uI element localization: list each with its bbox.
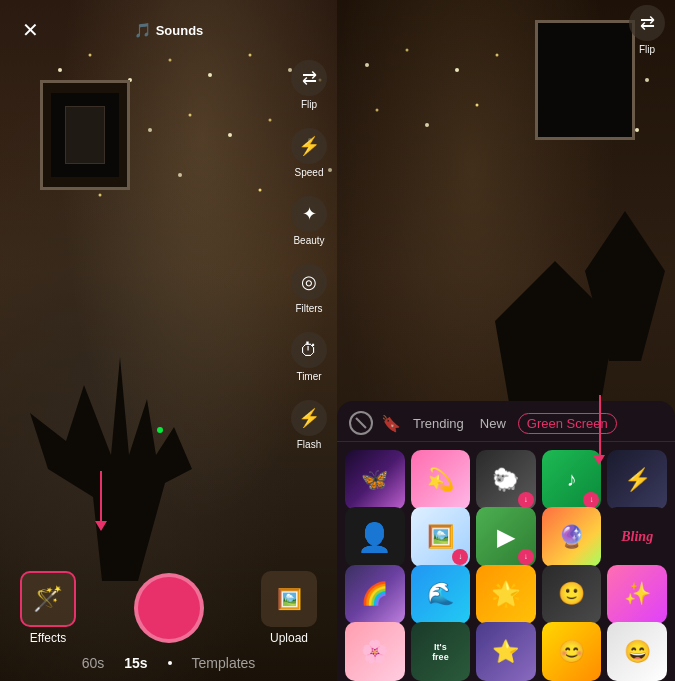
effect-icon-15: ✨	[624, 581, 651, 607]
sounds-label: Sounds	[156, 23, 204, 38]
effects-label: Effects	[30, 631, 66, 645]
filters-icon: ◎	[291, 264, 327, 300]
camera-controls: ⇄ Flip ⚡ Speed ✦ Beauty ◎ Filters ⏱ Time…	[291, 60, 327, 450]
timer-icon: ⏱	[291, 332, 327, 368]
effect-item-8[interactable]: ▶ ↓	[476, 507, 536, 567]
bookmark-tab[interactable]: 🔖	[381, 414, 401, 433]
filters-control[interactable]: ◎ Filters	[291, 264, 327, 314]
upload-icon-box: 🖼️	[261, 571, 317, 627]
top-bar-right: ⇄ Flip	[629, 0, 665, 60]
effects-arrow-annotation	[95, 471, 107, 531]
effect-icon-11: 🌈	[361, 581, 388, 607]
speed-label: Speed	[295, 167, 324, 178]
timer-templates[interactable]: Templates	[192, 655, 256, 671]
upload-label: Upload	[270, 631, 308, 645]
bottom-bar-left: 🪄 Effects 🖼️ Upload 60s 15s Templates	[0, 551, 337, 681]
download-badge-4: ↓	[583, 492, 599, 508]
effect-item-7[interactable]: 🖼️ ↓	[411, 507, 471, 567]
effect-item-2[interactable]: 💫	[411, 450, 471, 510]
flash-control[interactable]: ⚡ Flash	[291, 400, 327, 450]
beauty-icon: ✦	[291, 196, 327, 232]
green-screen-arrow-annotation	[591, 395, 605, 465]
flip-icon-right: ⇄	[629, 5, 665, 41]
left-camera-panel: ✕ 🎵 Sounds ⇄ Flip ⚡ Speed ✦ Beauty ◎ Fil…	[0, 0, 337, 681]
beauty-control[interactable]: ✦ Beauty	[291, 196, 327, 246]
timer-control[interactable]: ⏱ Timer	[291, 332, 327, 382]
picture-frame-left	[40, 80, 130, 190]
flash-icon: ⚡	[291, 400, 327, 436]
effect-item-3[interactable]: 🐑 ↓	[476, 450, 536, 510]
effect-item-18[interactable]: ⭐	[476, 622, 536, 681]
effect-item-1[interactable]: 🦋	[345, 450, 405, 510]
effect-icon-19: 😊	[558, 639, 585, 665]
effect-item-9[interactable]: 🔮	[542, 507, 602, 567]
effect-item-11[interactable]: 🌈	[345, 565, 405, 625]
trending-tab[interactable]: Trending	[409, 414, 468, 433]
upload-button[interactable]: 🖼️ Upload	[261, 571, 317, 645]
upload-icon: 🖼️	[277, 587, 302, 611]
effect-item-15[interactable]: ✨	[607, 565, 667, 625]
flip-control[interactable]: ⇄ Flip	[291, 60, 327, 110]
bling-text: Bling	[621, 529, 653, 545]
speed-control[interactable]: ⚡ Speed	[291, 128, 327, 178]
new-tab[interactable]: New	[476, 414, 510, 433]
flash-label: Flash	[297, 439, 321, 450]
effects-tabs-row: 🔖 Trending New Green Screen	[337, 401, 675, 442]
effect-icon-6: 👤	[357, 521, 392, 554]
capture-row: 🪄 Effects 🖼️ Upload	[0, 561, 337, 655]
effect-item-20[interactable]: 😄	[607, 622, 667, 681]
effects-bottom-panel: 🔖 Trending New Green Screen 🦋 💫 🐑 ↓ ♪ ↓ …	[337, 401, 675, 681]
music-icon: 🎵	[134, 22, 151, 38]
picture-frame-right	[535, 20, 635, 140]
effect-icon-9: 🔮	[558, 524, 585, 550]
effect-icon-16: 🌸	[361, 639, 388, 665]
flip-button-right[interactable]: ⇄ Flip	[629, 5, 665, 55]
effect-icon-1: 🦋	[361, 467, 388, 493]
frame-right-art	[538, 23, 632, 137]
effect-icon-2: 💫	[427, 467, 454, 493]
effect-icon-4: ♪	[567, 468, 577, 491]
effect-item-6[interactable]: 👤	[345, 507, 405, 567]
effects-button[interactable]: 🪄 Effects	[20, 571, 76, 645]
effects-icon: 🪄	[33, 585, 63, 613]
effect-icon-13: 🌟	[491, 580, 521, 608]
capture-button[interactable]	[134, 573, 204, 643]
effect-item-17[interactable]: It'sfree	[411, 622, 471, 681]
effects-icon-box: 🪄	[20, 571, 76, 627]
right-effects-panel: ⇄ Flip 🔖 Trending New Green Screen 🦋 💫	[337, 0, 675, 681]
effect-item-10[interactable]: Bling	[607, 507, 667, 567]
effect-icon-5: ⚡	[624, 467, 651, 493]
effect-icon-20: 😄	[624, 639, 651, 665]
effect-item-12[interactable]: 🌊	[411, 565, 471, 625]
effect-item-14[interactable]: 🙂	[542, 565, 602, 625]
effect-item-19[interactable]: 😊	[542, 622, 602, 681]
no-effect-tab[interactable]	[349, 411, 373, 435]
effect-icon-12: 🌊	[427, 581, 454, 607]
active-timer-indicator	[168, 661, 172, 665]
filters-label: Filters	[295, 303, 322, 314]
timer-label: Timer	[296, 371, 321, 382]
download-badge-3: ↓	[518, 492, 534, 508]
timer-15s[interactable]: 15s	[124, 655, 147, 671]
effect-icon-8: ▶	[497, 523, 515, 551]
flip-label-right: Flip	[639, 44, 655, 55]
sounds-button[interactable]: 🎵 Sounds	[134, 22, 204, 38]
effect-icon-14: 🙂	[558, 581, 585, 607]
effect-icon-17: It'sfree	[432, 642, 449, 662]
effect-item-5[interactable]: ⚡	[607, 450, 667, 510]
frame-art	[51, 93, 118, 176]
timer-row: 60s 15s Templates	[0, 655, 337, 679]
effect-icon-18: ⭐	[492, 639, 519, 665]
flip-label: Flip	[301, 99, 317, 110]
download-badge-7: ↓	[452, 549, 468, 565]
top-bar-left: ✕ 🎵 Sounds	[0, 0, 337, 60]
timer-60s[interactable]: 60s	[82, 655, 105, 671]
effect-icon-7: 🖼️	[427, 524, 454, 550]
effect-item-13[interactable]: 🌟	[476, 565, 536, 625]
speed-icon: ⚡	[291, 128, 327, 164]
flip-icon: ⇄	[291, 60, 327, 96]
download-badge-8: ↓	[518, 549, 534, 565]
close-button[interactable]: ✕	[14, 14, 46, 46]
effect-item-16[interactable]: 🌸	[345, 622, 405, 681]
beauty-label: Beauty	[293, 235, 324, 246]
